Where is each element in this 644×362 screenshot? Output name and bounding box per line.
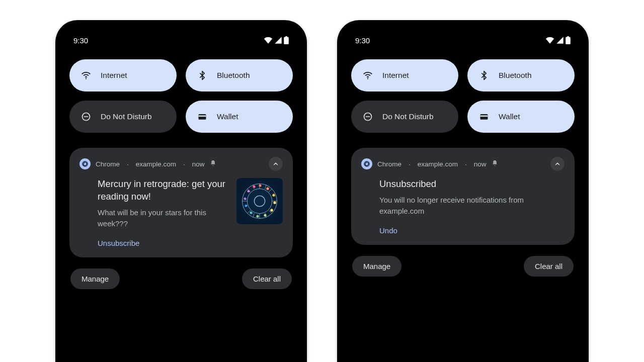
notification-body: Unsubscribed You will no longer receive …: [361, 178, 565, 216]
svg-point-9: [254, 196, 265, 206]
wifi-icon: [264, 37, 273, 44]
notification-card[interactable]: Chrome example.com now Mercury in retrog…: [69, 148, 293, 257]
undo-button[interactable]: Undo: [361, 226, 565, 235]
wifi-icon: [545, 37, 554, 44]
notification-time: now: [474, 160, 487, 168]
notification-app: Chrome: [96, 160, 120, 168]
qs-label: Bluetooth: [217, 71, 250, 80]
wallet-icon: [478, 111, 490, 122]
status-time: 9:30: [355, 36, 370, 45]
clear-all-button[interactable]: Clear all: [524, 256, 574, 277]
svg-text:♏: ♏: [250, 211, 253, 215]
qs-tile-dnd[interactable]: Do Not Disturb: [351, 101, 458, 133]
phone-mockup-before: 9:30 Internet Bluetooth: [55, 20, 307, 362]
qs-label: Internet: [101, 71, 127, 80]
manage-button[interactable]: Manage: [70, 268, 120, 289]
svg-text:♎: ♎: [256, 215, 260, 218]
notification-header: Chrome example.com now: [361, 157, 565, 171]
svg-text:♊: ♊: [272, 194, 276, 197]
svg-text:♈: ♈: [259, 184, 262, 188]
qs-label: Do Not Disturb: [101, 112, 152, 121]
chrome-icon: [79, 158, 91, 169]
notification-message: You will no longer receive notifications…: [379, 195, 565, 217]
svg-text:♑: ♑: [244, 197, 247, 201]
phone-mockup-after: 9:30 Internet Bluetooth: [337, 20, 589, 362]
status-icons: [545, 36, 571, 44]
svg-rect-3: [199, 114, 206, 120]
svg-rect-38: [480, 116, 488, 117]
qs-label: Do Not Disturb: [382, 112, 434, 121]
chrome-icon: [361, 158, 372, 169]
collapse-button[interactable]: [269, 157, 283, 171]
phone-screen: 9:30 Internet Bluetooth: [62, 27, 300, 362]
status-bar: 9:30: [69, 33, 293, 47]
dnd-icon: [80, 111, 92, 122]
separator-dot: [181, 160, 187, 168]
shade-footer: Manage Clear all: [69, 268, 293, 289]
svg-text:♐: ♐: [245, 204, 248, 208]
notification-shade: Chrome example.com now Unsubscribed You …: [351, 148, 575, 277]
battery-icon: [284, 36, 289, 44]
notification-app: Chrome: [377, 160, 401, 168]
clear-all-button[interactable]: Clear all: [242, 268, 292, 289]
bluetooth-icon: [478, 70, 490, 81]
battery-icon: [566, 36, 571, 44]
phone-screen: 9:30 Internet Bluetooth: [344, 27, 582, 362]
notification-time: now: [192, 160, 205, 168]
notification-card[interactable]: Chrome example.com now Unsubscribed You …: [351, 148, 575, 245]
wifi-icon: [362, 70, 373, 81]
status-time: 9:30: [73, 36, 88, 45]
unsubscribe-button[interactable]: Unsubscribe: [79, 239, 283, 247]
notification-site: example.com: [136, 160, 176, 168]
svg-text:♉: ♉: [266, 187, 270, 191]
qs-tile-internet[interactable]: Internet: [351, 59, 458, 92]
svg-point-34: [367, 78, 368, 79]
svg-text:♋: ♋: [273, 201, 277, 205]
dnd-icon: [362, 111, 373, 122]
svg-text:♌: ♌: [270, 209, 274, 212]
qs-tile-wallet[interactable]: Wallet: [186, 101, 293, 133]
bluetooth-icon: [197, 70, 208, 81]
qs-tile-bluetooth[interactable]: Bluetooth: [467, 59, 575, 92]
notification-shade: Chrome example.com now Mercury in retrog…: [69, 148, 293, 289]
qs-tile-wallet[interactable]: Wallet: [467, 101, 575, 133]
wifi-icon: [80, 70, 92, 81]
bell-icon: [492, 160, 498, 168]
svg-point-8: [247, 189, 272, 213]
qs-tile-dnd[interactable]: Do Not Disturb: [69, 101, 177, 133]
notification-thumbnail: ♈♉♊ ♋♌♍ ♎♏♐ ♑♒♓: [236, 178, 283, 224]
svg-rect-4: [199, 116, 206, 117]
signal-icon: [274, 37, 282, 44]
notification-message: What will be in your stars for this week…: [98, 207, 228, 229]
svg-text:♓: ♓: [253, 185, 256, 189]
qs-label: Wallet: [217, 112, 238, 121]
collapse-button[interactable]: [550, 157, 565, 171]
qs-label: Bluetooth: [499, 71, 532, 80]
quick-settings: Internet Bluetooth Do Not Disturb Wallet: [351, 59, 575, 133]
quick-settings: Internet Bluetooth Do Not Disturb Wallet: [69, 59, 293, 133]
signal-icon: [556, 37, 564, 44]
status-icons: [264, 36, 289, 44]
qs-tile-bluetooth[interactable]: Bluetooth: [186, 59, 293, 92]
qs-label: Internet: [382, 71, 409, 80]
qs-tile-internet[interactable]: Internet: [69, 59, 177, 92]
manage-button[interactable]: Manage: [352, 256, 401, 277]
separator-dot: [125, 160, 131, 168]
notification-title: Unsubscribed: [379, 178, 565, 191]
bell-icon: [210, 160, 216, 168]
svg-rect-37: [480, 114, 488, 120]
separator-dot: [463, 160, 469, 168]
status-bar: 9:30: [351, 33, 575, 47]
shade-footer: Manage Clear all: [351, 256, 575, 277]
separator-dot: [407, 160, 413, 168]
notification-title: Mercury in retrograde: get your reading …: [98, 178, 228, 203]
svg-line-20: [253, 213, 254, 218]
wallet-icon: [197, 111, 208, 122]
notification-body: Mercury in retrograde: get your reading …: [79, 178, 283, 229]
qs-label: Wallet: [499, 112, 520, 121]
notification-header: Chrome example.com now: [79, 157, 283, 171]
svg-text:♒: ♒: [247, 190, 251, 193]
svg-point-0: [86, 78, 87, 79]
notification-site: example.com: [418, 160, 458, 168]
svg-text:♍: ♍: [264, 214, 267, 217]
